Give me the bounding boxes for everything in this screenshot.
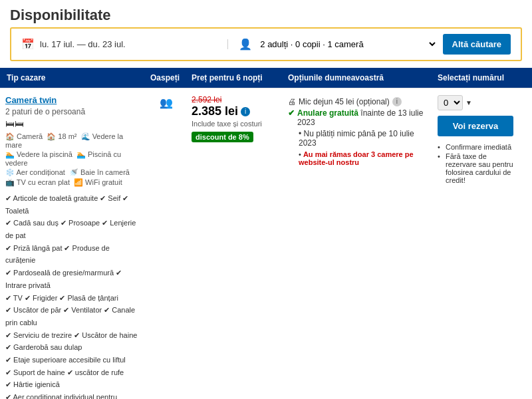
page-title: Disponibilitate	[10, 7, 522, 24]
table-header: Tip cazare Oaspeți Preț pentru 6 nopți O…	[0, 68, 532, 88]
guests-col-1: 👥	[146, 88, 186, 117]
reserve-button-1[interactable]: Voi rezerva	[438, 116, 513, 136]
option-nopay-1: • Nu plătiți nimic până pe 10 iulie 2023	[288, 129, 427, 148]
bullet-item: •Confirmare imediată	[438, 143, 513, 151]
select-number-wrapper-1: 012345 ▼	[438, 95, 472, 110]
check-icon-1: ✔	[288, 108, 295, 118]
price-includes-1: Include taxe și costuri	[192, 120, 277, 128]
price-old-1: 2.592 lei	[192, 95, 277, 104]
amenities: ✔ Articole de toaletă gratuite ✔ Seif ✔ …	[5, 192, 141, 399]
bullet-item: •Fără taxe de rezervare sau pentru folos…	[438, 152, 513, 184]
option-breakfast-1: 🖨 Mic dejun 45 lei (opțional) i	[288, 97, 427, 106]
price-col-1: 2.592 lei 2.385 lei i Include taxe și co…	[186, 88, 283, 149]
select-col-1: 012345 ▼ Voi rezerva •Confirmare imediat…	[432, 88, 519, 192]
col-header-guests: Oaspeți	[146, 68, 186, 88]
price-new-wrapper: 2.385 lei i	[192, 104, 277, 118]
col-header-price: Preț pentru 6 nopți	[186, 68, 283, 88]
feature-row-1: 🏠 Cameră 🏠 18 m² 🌊 Vedere la mare	[5, 132, 141, 149]
price-info-icon-1[interactable]: i	[241, 107, 250, 116]
option-rooms-left-1: • Au mai rămas doar 3 camere pe website-…	[288, 150, 427, 166]
price-new-1: 2.385 lei	[192, 104, 238, 118]
search-button[interactable]: Altă căutare	[443, 34, 511, 55]
reserve-bullets-1: •Confirmare imediată•Fără taxe de rezerv…	[438, 142, 513, 186]
room-subtext: 2 paturi de o persoană	[5, 107, 141, 116]
printer-icon: 🖨	[288, 97, 296, 106]
col-header-select: Selectați numărul	[432, 68, 519, 88]
option-cancellation-1: ✔ Anulare gratuită înainte de 13 iulie 2…	[288, 108, 427, 127]
user-icon: 👤	[233, 38, 252, 51]
option-info-icon-1[interactable]: i	[392, 97, 402, 106]
col-header-room: Tip cazare	[0, 68, 146, 88]
chevron-down-icon-1: ▼	[466, 99, 472, 106]
guests-icon-1: 👥	[160, 96, 173, 109]
options-col-1: 🖨 Mic dejun 45 lei (opțional) i ✔ Anular…	[283, 88, 432, 176]
feature-row-2: 🏊 Vedere la piscină 🏊 Piscină cu vedere	[5, 150, 141, 167]
feature-row-3: ❄️ Aer condiționat 🚿 Baie în cameră	[5, 168, 141, 177]
room-name-camera-twin[interactable]: Cameră twin	[5, 95, 141, 105]
room-row-1: Cameră twin 2 paturi de o persoană 🛏🛏 🏠 …	[0, 88, 532, 399]
room-info-camera-twin: Cameră twin 2 paturi de o persoană 🛏🛏 🏠 …	[0, 88, 146, 399]
room-section-camera-twin: Cameră twin 2 paturi de o persoană 🛏🛏 🏠 …	[0, 88, 532, 399]
discount-badge-1: discount de 8%	[192, 132, 253, 142]
page-header: Disponibilitate 📅 lu. 17 iul. — du. 23 i…	[0, 0, 532, 88]
feature-row-4: 📺 TV cu ecran plat 📶 WiFi gratuit	[5, 178, 141, 187]
select-rooms-1[interactable]: 012345	[438, 95, 463, 110]
calendar-icon: 📅	[21, 38, 35, 51]
search-dates: lu. 17 iul. — du. 23 iul.	[40, 39, 228, 49]
room-features-1: 🏠 Cameră 🏠 18 m² 🌊 Vedere la mare 🏊 Vede…	[5, 132, 141, 187]
bed-icons: 🛏🛏	[5, 118, 141, 129]
guests-select[interactable]: 2 adulți · 0 copii · 1 cameră	[257, 39, 437, 50]
search-bar: 📅 lu. 17 iul. — du. 23 iul. 👤 2 adulți ·…	[10, 27, 522, 61]
col-header-options: Opțiunile dumneavoastră	[283, 68, 432, 88]
